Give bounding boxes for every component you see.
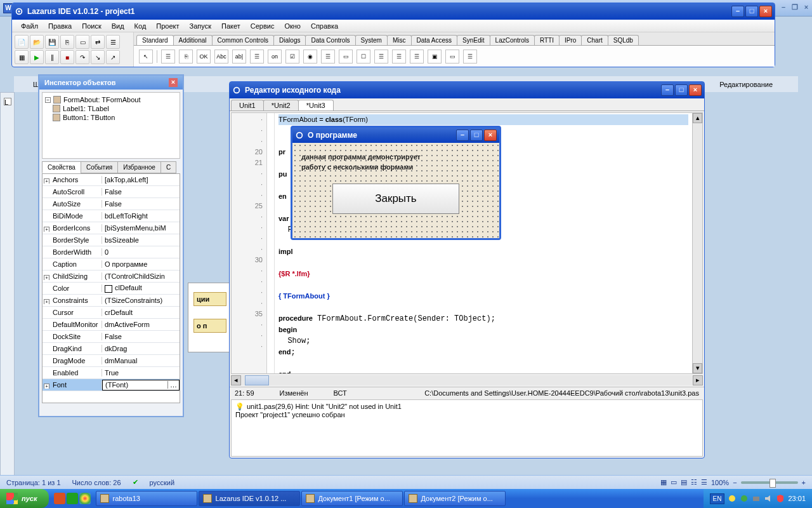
stop-button[interactable]: ■ xyxy=(60,50,74,64)
editor-close[interactable]: × xyxy=(689,84,702,96)
tray-icon-2[interactable] xyxy=(740,494,749,503)
comp-tab-sqldb[interactable]: SQLdb xyxy=(608,35,639,45)
hint-message[interactable]: 💡unit1.pas(29,6) Hint: Unit "Unit2" not … xyxy=(235,403,698,411)
menu-вид[interactable]: Вид xyxy=(108,21,128,31)
view-draft[interactable]: ☰ xyxy=(701,478,707,486)
palette-component-11[interactable]: ☐ xyxy=(357,50,370,64)
code-hscroll[interactable]: ◂ ▸ xyxy=(231,375,703,385)
language-indicator[interactable]: EN xyxy=(710,493,725,504)
comp-tab-rtti[interactable]: RTTI xyxy=(534,35,560,45)
dialog-close-button[interactable]: Закрыть xyxy=(332,184,459,214)
spelling-icon[interactable]: ✔ xyxy=(133,478,138,486)
open-button[interactable]: 📂 xyxy=(30,35,44,49)
run-button[interactable]: ▶ xyxy=(30,50,44,64)
inspector-component-tree[interactable]: − FormAbout: TFormAbout Label1: TLabel B… xyxy=(42,92,180,159)
inspector-property-grid[interactable]: +Anchors[akTop,akLeft]AutoScrollFalseAut… xyxy=(42,173,180,403)
word-close[interactable]: × xyxy=(801,3,812,14)
step-over-button[interactable]: ↷ xyxy=(75,50,89,64)
editor-max[interactable]: □ xyxy=(675,84,688,96)
view-outline[interactable]: ☷ xyxy=(691,478,697,486)
scroll-up[interactable]: ▴ xyxy=(693,113,702,123)
new-unit-button[interactable]: 📄 xyxy=(15,35,29,49)
menu-правка[interactable]: Правка xyxy=(44,21,75,31)
editor-titlebar[interactable]: Редактор исходного кода – □ × xyxy=(230,82,704,98)
prop-cursor[interactable]: CursorcrDefault xyxy=(43,307,180,319)
tray-volume-icon[interactable] xyxy=(764,494,773,503)
inspector-titlebar[interactable]: Инспектор объектов × xyxy=(39,76,183,90)
prop-constraints[interactable]: +Constraints(TSizeConstraints) xyxy=(43,295,180,307)
menu-файл[interactable]: Файл xyxy=(17,21,42,31)
palette-component-7[interactable]: ☑ xyxy=(285,50,299,64)
dialog-min[interactable]: – xyxy=(456,130,469,141)
taskbar-task[interactable]: rabota13 xyxy=(96,491,197,506)
ql-utorrent-icon[interactable] xyxy=(54,493,65,504)
lazarus-titlebar[interactable]: Lazarus IDE v1.0.12 - project1 – □ × xyxy=(12,3,775,20)
save-button[interactable]: 💾 xyxy=(45,35,59,49)
pause-button[interactable]: ‖ xyxy=(45,50,59,64)
inspector-close[interactable]: × xyxy=(169,78,178,87)
step-into-button[interactable]: ↘ xyxy=(91,50,105,64)
word-restore[interactable]: ❐ xyxy=(789,3,801,14)
save-all-button[interactable]: ⎘ xyxy=(60,35,74,49)
comp-tab-synedit[interactable]: SynEdit xyxy=(457,35,490,45)
inspector-tab-0[interactable]: Свойства xyxy=(42,161,81,173)
view-fullscreen[interactable]: ▭ xyxy=(671,478,677,486)
zoom-slider[interactable] xyxy=(741,481,798,484)
step-out-button[interactable]: ↗ xyxy=(106,50,120,64)
menu-проект[interactable]: Проект xyxy=(152,21,183,31)
build-success-message[interactable]: Проект "project1" успешно собран xyxy=(235,411,698,418)
comp-tab-data-controls[interactable]: Data Controls xyxy=(305,35,355,45)
prop-caption[interactable]: CaptionО программе xyxy=(43,258,180,271)
prop-bidimode[interactable]: BiDiModebdLeftToRight xyxy=(43,210,180,222)
new-form-button[interactable]: ▭ xyxy=(75,35,89,49)
word-min[interactable]: – xyxy=(778,3,789,14)
palette-component-1[interactable]: ⎘ xyxy=(179,50,193,64)
palette-component-9[interactable]: ☰ xyxy=(321,50,335,64)
taskbar-task[interactable]: Lazarus IDE v1.0.12 ... xyxy=(199,491,300,506)
messages-pane[interactable]: 💡unit1.pas(29,6) Hint: Unit "Unit2" not … xyxy=(231,399,703,457)
palette-component-4[interactable]: ab| xyxy=(232,50,246,64)
arrow-tool[interactable]: ↖ xyxy=(139,50,153,64)
source-tab-Unit3[interactable]: *Unit3 xyxy=(298,100,334,110)
tree-node[interactable]: − FormAbout: TFormAbout xyxy=(45,95,177,104)
menu-сервис[interactable]: Сервис xyxy=(247,21,278,31)
tray-shield-icon[interactable] xyxy=(776,494,785,503)
prop-enabled[interactable]: EnabledTrue xyxy=(43,367,180,379)
zoom-value[interactable]: 100% xyxy=(711,479,729,486)
about-dialog[interactable]: О программе – □ × данная программа демон… xyxy=(291,126,501,240)
inspector-tab-2[interactable]: Избранное xyxy=(117,161,161,173)
toggle-form-button[interactable]: ⇄ xyxy=(91,35,105,49)
word-word-count[interactable]: Число слов: 26 xyxy=(72,479,121,486)
menu-справка[interactable]: Справка xyxy=(307,21,342,31)
menu-код[interactable]: Код xyxy=(131,21,150,31)
view-web[interactable]: ▤ xyxy=(681,478,687,486)
prop-docksite[interactable]: DockSiteFalse xyxy=(43,331,180,343)
source-tab-Unit1[interactable]: Unit1 xyxy=(231,100,264,110)
palette-component-12[interactable]: ☰ xyxy=(374,50,388,64)
prop-dragkind[interactable]: DragKinddkDrag xyxy=(43,343,180,355)
prop-dragmode[interactable]: DragModedmManual xyxy=(43,355,180,367)
menu-поиск[interactable]: Поиск xyxy=(78,21,105,31)
palette-component-5[interactable]: ☰ xyxy=(250,50,264,64)
menu-запуск[interactable]: Запуск xyxy=(186,21,215,31)
comp-tab-additional[interactable]: Additional xyxy=(173,35,213,45)
word-page-count[interactable]: Страница: 1 из 1 xyxy=(6,479,61,486)
taskbar-task[interactable]: Документ1 [Режим о... xyxy=(301,491,403,506)
lazarus-close[interactable]: × xyxy=(759,6,772,17)
palette-component-13[interactable]: ☰ xyxy=(392,50,406,64)
menu-пакет[interactable]: Пакет xyxy=(218,21,244,31)
lazarus-min[interactable]: – xyxy=(731,6,744,17)
prop-bordericons[interactable]: +BorderIcons[biSystemMenu,biM xyxy=(43,222,180,234)
word-language[interactable]: русский xyxy=(150,479,174,486)
comp-tab-data-access[interactable]: Data Access xyxy=(411,35,458,45)
ql-icon-2[interactable] xyxy=(67,493,78,504)
prop-autoscroll[interactable]: AutoScrollFalse xyxy=(43,186,180,198)
dialog-titlebar[interactable]: О программе – □ × xyxy=(292,128,499,143)
tree-node[interactable]: Label1: TLabel xyxy=(45,104,177,113)
tree-node[interactable]: Button1: TButton xyxy=(45,113,177,122)
palette-component-2[interactable]: OK xyxy=(197,50,211,64)
palette-component-8[interactable]: ◉ xyxy=(303,50,317,64)
code-vscroll[interactable]: ▴ ▾ xyxy=(692,113,702,373)
scroll-right[interactable]: ▸ xyxy=(693,375,703,385)
prop-anchors[interactable]: +Anchors[akTop,akLeft] xyxy=(43,174,180,186)
